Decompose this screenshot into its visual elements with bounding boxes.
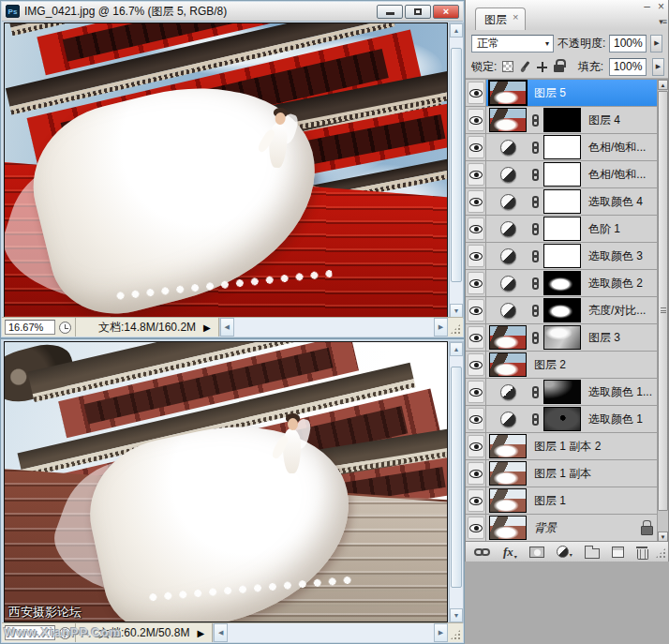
visibility-toggle[interactable] <box>466 433 486 459</box>
layer-thumbnail[interactable] <box>489 488 527 513</box>
layer-row-layer3[interactable]: 图层 3 <box>466 324 668 352</box>
lock-position-icon[interactable] <box>536 61 548 73</box>
layer-name[interactable]: 背景 <box>534 520 557 536</box>
visibility-toggle[interactable] <box>466 406 486 432</box>
tab-layers[interactable]: 图层 × <box>475 7 526 30</box>
layer-name[interactable]: 选取颜色 2 <box>588 276 643 292</box>
scroll-up-button[interactable]: ▲ <box>450 342 463 356</box>
opacity-spinner-button[interactable]: ▶ <box>650 35 662 52</box>
mask-thumbnail[interactable] <box>543 108 581 132</box>
layer-name[interactable]: 图层 1 副本 2 <box>534 439 601 455</box>
layer-row-selective-color-1-copy[interactable]: 选取颜色 1... <box>466 379 668 406</box>
adjustment-layer-icon[interactable] <box>500 248 516 264</box>
visibility-toggle[interactable] <box>466 107 486 133</box>
delete-layer-trash-icon[interactable] <box>636 547 647 559</box>
adjustment-layer-icon[interactable] <box>500 167 516 183</box>
adjustment-layer-icon[interactable] <box>500 221 516 237</box>
layer-name[interactable]: 图层 1 <box>534 493 566 509</box>
layer-name[interactable]: 亮度/对比... <box>588 303 646 319</box>
layer-row-selective-color-2[interactable]: 选取颜色 2 <box>466 270 668 297</box>
visibility-toggle[interactable] <box>466 515 486 541</box>
link-layers-icon[interactable] <box>474 547 491 556</box>
scroll-track[interactable] <box>450 37 463 304</box>
layer-row-background[interactable]: 背景 <box>466 515 668 542</box>
visibility-toggle[interactable] <box>466 216 486 242</box>
scroll-up-button[interactable]: ▲ <box>658 80 668 90</box>
layer-row-hue-sat-1[interactable]: 色相/饱和... <box>466 161 668 188</box>
mask-thumbnail[interactable] <box>543 325 581 350</box>
layer-name[interactable]: 选取颜色 3 <box>588 248 643 264</box>
scroll-left-button[interactable]: ◀ <box>214 623 228 642</box>
new-adjustment-layer-icon[interactable]: ▾ <box>557 546 572 558</box>
zoom-input[interactable]: 16.67% <box>5 320 55 335</box>
resize-grip[interactable] <box>448 318 463 337</box>
panel-resize-grip[interactable] <box>655 547 666 559</box>
status-flyout-button[interactable]: ▶ <box>203 322 211 333</box>
adjustment-layer-icon[interactable] <box>500 384 516 400</box>
scroll-thumb[interactable] <box>451 48 462 282</box>
visibility-toggle[interactable] <box>466 460 486 487</box>
vertical-scrollbar[interactable]: ▲ ▼ <box>449 341 464 623</box>
blend-mode-select[interactable]: 正常 ▾ <box>471 35 554 52</box>
mask-thumbnail[interactable] <box>543 298 581 322</box>
lock-transparency-icon[interactable] <box>502 61 513 72</box>
adjustment-layer-icon[interactable] <box>500 276 516 292</box>
visibility-toggle[interactable] <box>466 270 486 296</box>
layer-row-selective-color-4[interactable]: 选取颜色 4 <box>466 188 668 216</box>
scroll-track[interactable] <box>450 356 463 608</box>
mask-thumbnail[interactable] <box>543 135 581 159</box>
adjustment-layer-icon[interactable] <box>500 303 516 319</box>
restore-button[interactable] <box>405 5 431 19</box>
scroll-down-button[interactable]: ▼ <box>450 304 463 318</box>
close-button[interactable]: × <box>433 5 459 19</box>
layer-name[interactable]: 选取颜色 4 <box>588 194 643 210</box>
visibility-toggle[interactable] <box>466 297 486 323</box>
fill-spinner-button[interactable]: ▶ <box>652 58 664 76</box>
layer-row-brightness-contrast[interactable]: 亮度/对比... <box>466 297 668 324</box>
layer-row-selective-color-3[interactable]: 选取颜色 3 <box>466 243 668 270</box>
layer-thumbnail[interactable] <box>489 461 527 486</box>
add-layer-mask-icon[interactable] <box>529 547 544 558</box>
layer-row-layer1-copy2[interactable]: 图层 1 副本 2 <box>466 433 668 460</box>
layer-name[interactable]: 色相/饱和... <box>588 167 646 183</box>
scroll-track[interactable] <box>228 623 434 642</box>
layer-row-hue-sat-2[interactable]: 色相/饱和... <box>466 134 668 161</box>
minimize-button[interactable] <box>377 5 403 19</box>
scroll-right-button[interactable]: ▶ <box>434 318 448 337</box>
lock-paint-brush-icon[interactable] <box>519 61 530 73</box>
horizontal-scrollbar[interactable]: ◀ ▶ <box>219 318 448 337</box>
visibility-toggle[interactable] <box>466 243 486 269</box>
scroll-right-button[interactable]: ▶ <box>434 623 448 642</box>
layer-thumbnail[interactable] <box>489 516 527 540</box>
mask-thumbnail[interactable] <box>543 380 581 404</box>
visibility-toggle[interactable] <box>466 324 486 351</box>
new-group-folder-icon[interactable] <box>585 548 600 559</box>
layer-list-scrollbar[interactable]: ▲ ▼ <box>657 80 668 542</box>
layer-name[interactable]: 图层 1 副本 <box>534 466 591 482</box>
photo-canvas-edited[interactable] <box>4 22 448 318</box>
layer-row-layer5[interactable]: 图层 5 <box>466 80 668 107</box>
layer-name[interactable]: 色相/饱和... <box>588 140 646 156</box>
horizontal-scrollbar[interactable]: ◀ ▶ <box>213 623 448 642</box>
layer-style-fx-icon[interactable]: fx▾ <box>503 545 517 560</box>
photo-canvas-original[interactable]: 西安摄影论坛 <box>4 341 448 622</box>
visibility-toggle[interactable] <box>466 379 486 405</box>
opacity-input[interactable]: 100% <box>609 35 647 52</box>
visibility-toggle[interactable] <box>466 487 486 514</box>
panel-menu-icon[interactable]: ▾≡ <box>659 17 666 26</box>
layer-thumbnail[interactable] <box>489 434 527 458</box>
scroll-left-button[interactable]: ◀ <box>220 318 234 337</box>
panel-close-icon[interactable]: × <box>658 0 664 13</box>
visibility-toggle[interactable] <box>466 161 486 187</box>
mask-thumbnail[interactable] <box>543 271 581 295</box>
fill-input[interactable]: 100% <box>609 58 647 76</box>
layer-row-levels-1[interactable]: 色阶 1 <box>466 216 668 243</box>
adjustment-layer-icon[interactable] <box>500 140 516 156</box>
layer-name[interactable]: 图层 2 <box>534 357 566 373</box>
layer-name[interactable]: 选取颜色 1... <box>588 384 652 400</box>
mask-thumbnail[interactable] <box>543 407 581 431</box>
scroll-thumb[interactable] <box>658 91 668 511</box>
scroll-up-button[interactable]: ▲ <box>450 23 463 37</box>
lock-all-icon[interactable] <box>554 62 564 73</box>
layer-row-layer1-copy[interactable]: 图层 1 副本 <box>466 460 668 487</box>
